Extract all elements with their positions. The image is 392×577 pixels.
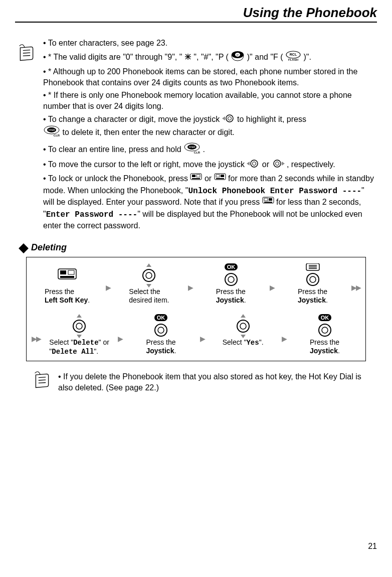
svg-text:CLR: CLR — [194, 151, 201, 154]
ok-joystick-icon: OK — [223, 263, 240, 287]
text: • To change a character or digit, move t… — [43, 115, 222, 123]
bullet-list: • To enter characters, see page 23. • * … — [43, 38, 377, 231]
svg-rect-45 — [60, 276, 74, 278]
svg-point-69 — [237, 320, 249, 332]
joystick-vertical-icon — [235, 314, 252, 338]
diamond-bullet-icon — [19, 243, 29, 253]
joystick-right-icon — [272, 159, 285, 171]
svg-marker-46 — [146, 263, 151, 267]
svg-point-53 — [228, 276, 234, 282]
text: . — [244, 296, 246, 304]
page-number: 21 — [368, 542, 377, 551]
left-softkey-icon — [57, 263, 77, 287]
svg-point-74 — [319, 324, 331, 336]
svg-rect-36 — [221, 175, 224, 177]
svg-text:CLR: CLR — [54, 134, 60, 137]
svg-point-52 — [225, 273, 237, 285]
svg-rect-37 — [216, 178, 224, 179]
bullet-item: • To enter characters, see page 23. — [43, 38, 377, 49]
svg-point-62 — [76, 323, 82, 329]
svg-rect-31 — [192, 175, 195, 177]
svg-point-14 — [226, 115, 233, 122]
svg-text:XFER: XFER — [48, 128, 55, 131]
svg-text:OK: OK — [157, 315, 165, 321]
arrow-icon: ▶ — [282, 328, 286, 343]
svg-text:XFER: XFER — [188, 146, 195, 149]
svg-point-25 — [251, 160, 258, 167]
ok-joystick-icon: OK — [152, 314, 169, 338]
svg-line-77 — [39, 380, 46, 380]
pause-key-icon: P — [231, 51, 245, 65]
svg-line-76 — [39, 377, 46, 378]
svg-text:P: P — [237, 54, 239, 57]
svg-rect-33 — [192, 178, 200, 179]
text: • To move the cursor to the left or righ… — [43, 160, 247, 169]
arrow-icon: ▶ — [200, 328, 205, 343]
text: )" and "F ( — [247, 53, 283, 61]
svg-point-59 — [310, 276, 316, 282]
text: Joystick — [216, 296, 244, 304]
continue-arrow-icon: ▶▶ — [32, 328, 41, 343]
joystick-vertical-icon — [71, 314, 88, 338]
star-icon — [184, 52, 191, 63]
section-title: Deleting — [31, 242, 67, 253]
final-note-text: • If you delete the Phonebook item that … — [58, 371, 367, 393]
continue-arrow-icon: ▶▶ — [351, 276, 360, 292]
svg-line-78 — [39, 382, 46, 383]
step-4: Press theJoystick. — [277, 263, 348, 305]
text: Press the — [146, 338, 175, 346]
right-softkey-icon — [262, 197, 274, 209]
joystick-left-icon — [222, 114, 235, 126]
text: ". — [94, 347, 98, 355]
left-softkey-icon — [190, 173, 202, 185]
flash-key-icon: RCLFLASH — [285, 51, 301, 65]
step-8: OK Press theJoystick. — [289, 314, 360, 356]
page-header: Using the Phonebook — [15, 5, 377, 23]
text: . — [326, 296, 328, 304]
bullet-item: • * If there is only one Phonebook memor… — [43, 90, 377, 111]
screen-text: Enter Password ---- — [46, 210, 137, 219]
text: " or — [99, 338, 109, 346]
text: to highlight it, press — [237, 115, 306, 123]
svg-point-27 — [274, 160, 281, 167]
text: Delete — [73, 339, 98, 347]
text: • To clear an entire line, press and hol… — [43, 145, 183, 154]
svg-point-75 — [322, 327, 328, 333]
svg-point-26 — [253, 162, 256, 166]
arrow-icon: ▶ — [188, 276, 192, 292]
svg-marker-63 — [77, 335, 82, 338]
text: or — [262, 160, 272, 169]
steps-box: Press theLeft Soft Key. ▶ Select thedesi… — [26, 257, 366, 361]
text: ", "#", "P ( — [193, 53, 229, 61]
svg-marker-71 — [241, 335, 246, 338]
svg-point-58 — [307, 273, 319, 285]
arrow-icon: ▶ — [106, 276, 110, 292]
svg-point-15 — [228, 116, 231, 120]
bullet-item: • * Although up to 200 Phonebook items c… — [43, 66, 377, 88]
arrow-icon: ▶ — [118, 328, 122, 343]
ok-joystick-icon: OK — [316, 314, 333, 338]
svg-point-70 — [240, 323, 246, 329]
xfer-clr-key-icon: XFERCLR — [183, 142, 201, 158]
right-softkey-icon — [214, 173, 226, 185]
text: Select " — [49, 338, 73, 346]
section-heading: Deleting — [20, 242, 377, 253]
bullet-item: • * The valid digits are "0" through "9"… — [43, 51, 377, 65]
svg-point-67 — [158, 327, 164, 333]
svg-marker-68 — [241, 314, 246, 318]
bullet-item: • To change a character or digit, move t… — [43, 114, 377, 140]
text: Yes — [246, 339, 259, 347]
step-1: Press theLeft Soft Key. — [32, 263, 103, 305]
text: Select " — [223, 338, 247, 346]
bullet-item: • To lock or unlock the Phonebook, press… — [43, 173, 377, 231]
svg-point-47 — [143, 269, 155, 281]
svg-marker-60 — [77, 314, 82, 318]
text: or — [205, 174, 214, 183]
step-6: OK Press theJoystick. — [125, 314, 197, 356]
svg-line-1 — [23, 53, 30, 53]
svg-rect-43 — [60, 270, 66, 274]
svg-line-0 — [23, 50, 30, 51]
text: Joystick — [298, 296, 326, 304]
svg-point-61 — [73, 320, 85, 332]
final-note: • If you delete the Phonebook item that … — [33, 371, 367, 393]
